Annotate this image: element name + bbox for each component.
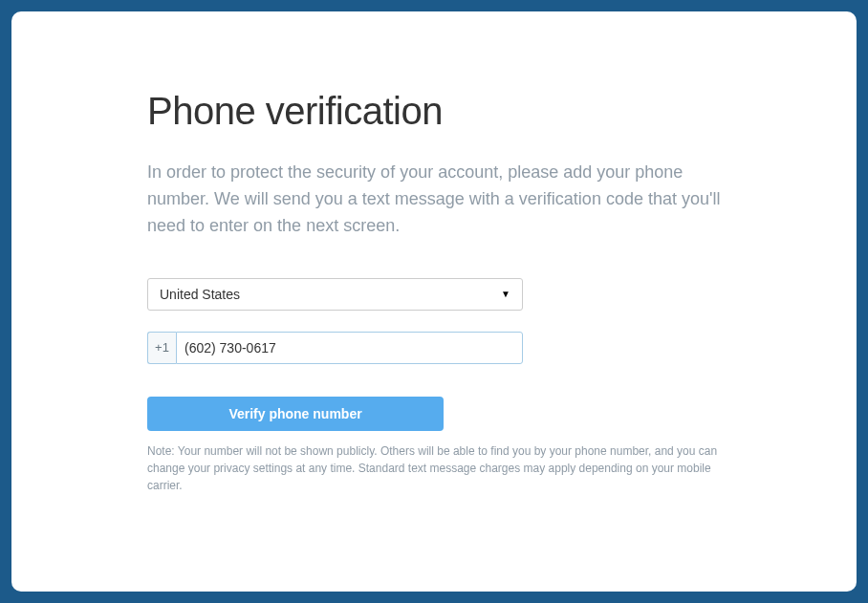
country-selected-label: United States <box>160 287 501 302</box>
country-select[interactable]: United States ▼ <box>147 278 523 311</box>
page-title: Phone verification <box>147 90 721 133</box>
phone-input[interactable] <box>176 332 523 364</box>
phone-row: +1 <box>147 332 523 364</box>
description-text: In order to protect the security of your… <box>147 160 721 240</box>
chevron-down-icon: ▼ <box>501 289 510 299</box>
verification-card: Phone verification In order to protect t… <box>11 11 857 592</box>
verify-button[interactable]: Verify phone number <box>147 397 444 431</box>
note-text: Note: Your number will not be shown publ… <box>147 442 721 494</box>
phone-prefix: +1 <box>147 332 176 364</box>
